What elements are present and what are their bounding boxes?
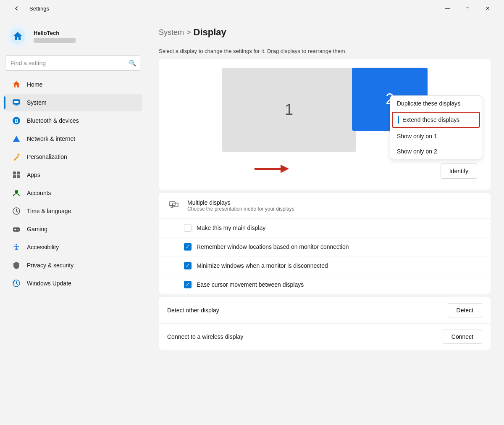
- minimize-button[interactable]: —: [438, 2, 457, 15]
- multiple-displays-text: Multiple displays Choose the presentatio…: [187, 199, 482, 212]
- nav-accounts[interactable]: Accounts: [3, 184, 142, 202]
- breadcrumb-current: Display: [194, 27, 226, 38]
- identify-button[interactable]: Identify: [441, 164, 477, 179]
- multiple-displays-title: Multiple displays: [187, 199, 482, 206]
- connect-button[interactable]: Connect: [443, 330, 482, 344]
- nav-update[interactable]: Windows Update: [3, 275, 142, 292]
- back-button[interactable]: [7, 2, 26, 15]
- checkbox-remember-row: Remember window locations based on monit…: [159, 238, 491, 256]
- svg-rect-9: [13, 172, 16, 174]
- checkbox-minimize[interactable]: [184, 262, 192, 269]
- connect-row: Connect to a wireless display Connect: [159, 324, 491, 350]
- nav-gaming-label: Gaming: [27, 226, 47, 232]
- profile-info: HelloTech: [34, 30, 76, 43]
- checkbox-main-display-row: Make this my main display: [159, 219, 491, 238]
- svg-rect-10: [17, 172, 20, 174]
- dropdown-menu: Duplicate these displays Extend these di…: [390, 95, 482, 159]
- nav-home-label: Home: [27, 81, 42, 88]
- profile-name-blur: [34, 38, 76, 43]
- update-icon: [12, 279, 21, 288]
- nav-network[interactable]: Network & internet: [3, 130, 142, 148]
- checkbox-minimize-label: Minimize windows when a monitor is disco…: [197, 262, 328, 269]
- breadcrumb: System > Display: [159, 27, 491, 38]
- avatar[interactable]: [7, 25, 29, 47]
- search-input[interactable]: [5, 55, 140, 71]
- nav-gaming[interactable]: Gaming: [3, 220, 142, 238]
- display-actions: Identify Duplicate these displays Extend…: [167, 160, 482, 179]
- main-content: System > Display Select a display to cha…: [145, 17, 504, 425]
- nav-accessibility[interactable]: Accessibility: [3, 238, 142, 256]
- duplicate-label: Duplicate these displays: [397, 100, 460, 107]
- detect-button[interactable]: Detect: [448, 303, 482, 317]
- detect-label: Detect other display: [167, 307, 448, 314]
- bluetooth-icon: B: [12, 116, 21, 125]
- nav-privacy[interactable]: Privacy & security: [3, 256, 142, 274]
- dropdown-extend[interactable]: Extend these displays: [392, 112, 480, 128]
- nav-accounts-label: Accounts: [27, 190, 51, 196]
- maximize-button[interactable]: □: [458, 2, 477, 15]
- display-instruction: Select a display to change the settings …: [159, 48, 491, 54]
- nav-bluetooth[interactable]: B Bluetooth & devices: [3, 112, 142, 129]
- checkbox-main-display[interactable]: [184, 224, 192, 232]
- checkbox-remember-label: Remember window locations based on monit…: [197, 243, 349, 250]
- search-icon: 🔍: [129, 60, 136, 66]
- breadcrumb-parent: System: [159, 28, 184, 37]
- nav-update-label: Windows Update: [27, 280, 71, 287]
- titlebar: Settings — □ ✕: [0, 0, 504, 17]
- network-icon: [12, 134, 21, 143]
- checkbox-cursor-label: Ease cursor movement between displays: [197, 281, 304, 288]
- nav-home[interactable]: Home: [3, 76, 142, 93]
- app-name: HelloTech: [34, 30, 76, 36]
- window-title: Settings: [29, 5, 49, 12]
- svg-point-13: [15, 190, 18, 193]
- multiple-displays-icon: [167, 199, 181, 212]
- nav-system-label: System: [27, 99, 47, 106]
- dropdown-show2[interactable]: Show only on 2: [390, 144, 482, 159]
- nav-system[interactable]: System: [3, 94, 142, 111]
- content-area: HelloTech 🔍 Home: [0, 17, 504, 425]
- checkbox-cursor[interactable]: [184, 281, 192, 288]
- selected-indicator: [398, 116, 399, 124]
- privacy-icon: [12, 261, 21, 270]
- multiple-displays-section: Multiple displays Choose the presentatio…: [159, 193, 491, 294]
- dropdown-duplicate[interactable]: Duplicate these displays: [390, 96, 482, 111]
- system-icon: [12, 98, 21, 107]
- svg-point-17: [18, 230, 19, 230]
- time-icon: [12, 206, 21, 216]
- search-box: 🔍: [5, 55, 140, 71]
- multiple-displays-row: Multiple displays Choose the presentatio…: [159, 193, 491, 219]
- gaming-icon: [12, 224, 21, 234]
- display-preview-area: 1 2 Identify: [159, 59, 491, 190]
- connect-label: Connect to a wireless display: [167, 333, 443, 340]
- nav-personalization[interactable]: Personalization: [3, 148, 142, 166]
- nav-time-label: Time & language: [27, 208, 71, 214]
- show2-label: Show only on 2: [397, 148, 437, 155]
- nav-apps[interactable]: Apps: [3, 166, 142, 184]
- checkbox-cursor-row: Ease cursor movement between displays: [159, 275, 491, 294]
- detect-row: Detect other display Detect: [159, 297, 491, 324]
- monitor-1[interactable]: 1: [222, 68, 356, 152]
- nav-apps-label: Apps: [27, 172, 40, 178]
- nav-time[interactable]: Time & language: [3, 202, 142, 220]
- svg-point-8: [18, 154, 20, 156]
- svg-point-18: [16, 244, 17, 245]
- svg-text:B: B: [15, 118, 18, 124]
- window-controls: — □ ✕: [438, 2, 497, 15]
- personalization-icon: [12, 152, 21, 161]
- dropdown-show1[interactable]: Show only on 1: [390, 129, 482, 144]
- home-icon: [12, 80, 21, 89]
- checkbox-remember[interactable]: [184, 243, 192, 251]
- settings-window: Settings — □ ✕ HelloTech: [0, 0, 504, 425]
- detect-connect-section: Detect other display Detect Connect to a…: [159, 297, 491, 350]
- svg-point-16: [17, 229, 18, 230]
- arrow-indicator: [251, 161, 293, 178]
- show1-label: Show only on 1: [397, 133, 437, 140]
- nav-network-label: Network & internet: [27, 135, 75, 142]
- svg-rect-12: [17, 175, 20, 178]
- apps-icon: [12, 170, 21, 180]
- accounts-icon: [12, 188, 21, 198]
- svg-rect-11: [13, 175, 16, 178]
- close-button[interactable]: ✕: [478, 2, 497, 15]
- svg-rect-20: [169, 202, 175, 206]
- accessibility-icon: [12, 243, 21, 252]
